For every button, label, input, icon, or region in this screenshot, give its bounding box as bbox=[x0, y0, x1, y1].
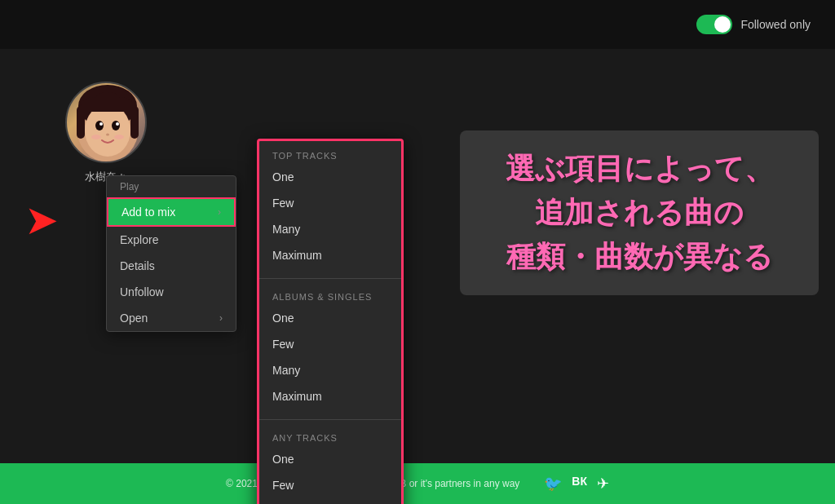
artist-area: 水樹奈々 bbox=[65, 82, 147, 184]
vk-icon[interactable]: ВК bbox=[572, 475, 587, 493]
context-menu-open[interactable]: Open › bbox=[107, 305, 236, 331]
artist-avatar bbox=[65, 82, 147, 163]
artist-avatar-svg bbox=[67, 83, 147, 163]
followed-only-toggle[interactable] bbox=[696, 15, 732, 34]
main-content: 水樹奈々 ➤ Play Add to mix › Explore Details… bbox=[0, 49, 835, 463]
arrow-indicator: ➤ bbox=[24, 200, 59, 241]
submenu-section-top-tracks: TOP TRACKS One Few Many Maximum bbox=[259, 141, 401, 275]
unfollow-label: Unfollow bbox=[120, 285, 164, 298]
context-menu-details[interactable]: Details bbox=[107, 253, 236, 279]
albums-maximum[interactable]: Maximum bbox=[259, 383, 401, 409]
details-label: Details bbox=[120, 259, 155, 272]
albums-few[interactable]: Few bbox=[259, 331, 401, 357]
play-label: Play bbox=[120, 181, 139, 192]
top-tracks-many[interactable]: Many bbox=[259, 216, 401, 242]
japanese-text-line3: 種類・曲数が異なる bbox=[506, 240, 773, 273]
open-chevron: › bbox=[219, 312, 223, 324]
explore-label: Explore bbox=[120, 233, 158, 246]
svg-point-9 bbox=[106, 134, 109, 136]
section-label-albums: ALBUMS & SINGLES bbox=[259, 289, 401, 305]
any-tracks-one[interactable]: One bbox=[259, 446, 401, 472]
svg-point-6 bbox=[112, 121, 120, 130]
submenu-section-any-tracks: ANY TRACKS One Few Many Maximum bbox=[259, 423, 401, 504]
footer-social-icons: 🐦 ВК ✈ bbox=[544, 475, 609, 493]
add-to-mix-label: Add to mix bbox=[121, 206, 175, 219]
section-label-any-tracks: ANY TRACKS bbox=[259, 430, 401, 446]
svg-point-11 bbox=[114, 135, 124, 139]
svg-point-4 bbox=[85, 104, 130, 157]
toggle-label: Followed only bbox=[740, 18, 811, 31]
followed-only-toggle-container: Followed only bbox=[696, 15, 811, 34]
svg-point-7 bbox=[99, 122, 103, 126]
context-menu-explore[interactable]: Explore bbox=[107, 227, 236, 253]
svg-point-5 bbox=[95, 121, 104, 130]
japanese-text-line2: 追加される曲の bbox=[535, 196, 744, 229]
header: Followed only bbox=[0, 0, 835, 49]
svg-point-10 bbox=[91, 135, 101, 139]
toggle-knob bbox=[714, 16, 731, 33]
footer: © 2021 n't have relations to Spotify AB … bbox=[0, 463, 835, 504]
any-tracks-many[interactable]: Many bbox=[259, 498, 401, 504]
section-label-top-tracks: TOP TRACKS bbox=[259, 148, 401, 164]
svg-point-8 bbox=[116, 122, 119, 126]
top-tracks-one[interactable]: One bbox=[259, 164, 401, 190]
twitter-icon[interactable]: 🐦 bbox=[544, 475, 562, 493]
context-menu-play[interactable]: Play bbox=[107, 176, 236, 197]
albums-one[interactable]: One bbox=[259, 305, 401, 331]
submenu-divider-2 bbox=[259, 419, 401, 420]
submenu: TOP TRACKS One Few Many Maximum ALBUMS &… bbox=[257, 139, 404, 504]
submenu-divider-1 bbox=[259, 278, 401, 279]
japanese-annotation: 選ぶ項目によって、 追加される曲の 種類・曲数が異なる bbox=[460, 130, 819, 295]
japanese-text-line1: 選ぶ項目によって、 bbox=[506, 152, 774, 185]
open-label: Open bbox=[120, 312, 148, 325]
japanese-line1: 選ぶ項目によって、 追加される曲の 種類・曲数が異なる bbox=[480, 147, 798, 279]
albums-many[interactable]: Many bbox=[259, 357, 401, 383]
submenu-section-albums: ALBUMS & SINGLES One Few Many Maximum bbox=[259, 282, 401, 416]
any-tracks-few[interactable]: Few bbox=[259, 472, 401, 498]
top-tracks-few[interactable]: Few bbox=[259, 190, 401, 216]
top-tracks-maximum[interactable]: Maximum bbox=[259, 242, 401, 268]
context-menu: Play Add to mix › Explore Details Unfoll… bbox=[106, 175, 236, 332]
footer-copyright: © 2021 bbox=[226, 478, 258, 489]
context-menu-unfollow[interactable]: Unfollow bbox=[107, 279, 236, 305]
telegram-icon[interactable]: ✈ bbox=[597, 475, 609, 493]
context-menu-add-to-mix[interactable]: Add to mix › bbox=[107, 197, 236, 227]
add-to-mix-chevron: › bbox=[218, 206, 221, 218]
